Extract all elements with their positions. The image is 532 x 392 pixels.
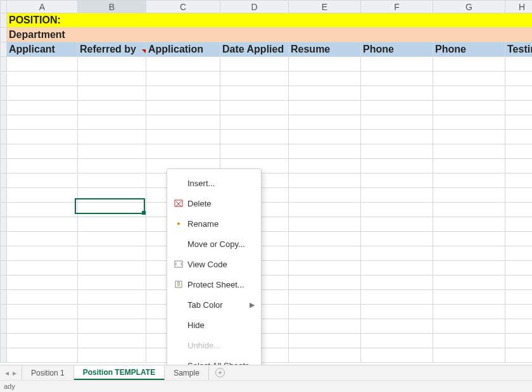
menu-insert[interactable]: Insert... xyxy=(167,173,261,193)
col-header-A[interactable]: A xyxy=(7,1,78,13)
menu-select-all-sheets[interactable]: Select All Sheets xyxy=(167,355,261,365)
sheet-tab-strip: ◂ ▸ Position 1 Position TEMPLATE Sample … xyxy=(0,365,532,380)
table-row[interactable] xyxy=(1,130,533,144)
table-row[interactable] xyxy=(1,305,533,319)
table-row[interactable] xyxy=(1,203,533,217)
col-header-E[interactable]: E xyxy=(289,1,361,13)
col-header-D[interactable]: D xyxy=(220,1,289,13)
plus-icon: + xyxy=(215,368,225,377)
menu-insert-label: Insert... xyxy=(185,179,255,188)
table-row[interactable] xyxy=(1,174,533,188)
sheet-tab-context-menu: Insert... Delete ● Rename Move or Copy..… xyxy=(167,168,262,365)
cell-position[interactable]: POSITION: xyxy=(7,13,533,28)
table-row[interactable] xyxy=(1,188,533,203)
col-header-F[interactable]: F xyxy=(361,1,433,13)
cell-department[interactable]: Department xyxy=(7,28,533,42)
lock-icon xyxy=(172,280,185,289)
menu-protect-sheet-label: Protect Sheet... xyxy=(185,280,255,289)
table-row[interactable] xyxy=(1,115,533,130)
status-bar: ady xyxy=(0,380,532,392)
chevron-right-icon: ▶ xyxy=(250,301,255,309)
svg-rect-5 xyxy=(177,284,180,286)
menu-move-copy-label: Move or Copy... xyxy=(185,239,255,249)
table-row[interactable] xyxy=(1,334,533,348)
table-row[interactable] xyxy=(1,72,533,86)
table-row[interactable] xyxy=(1,246,533,261)
rename-icon: ● xyxy=(172,220,185,227)
column-header-row: A B C D E F G H xyxy=(1,1,533,13)
table-row[interactable] xyxy=(1,144,533,159)
menu-tab-color[interactable]: Tab Color ▶ xyxy=(167,294,261,315)
table-row[interactable] xyxy=(1,275,533,290)
menu-protect-sheet[interactable]: Protect Sheet... xyxy=(167,274,261,294)
menu-rename-label: Rename xyxy=(185,219,255,229)
spreadsheet-grid[interactable]: A B C D E F G H POSITION: Department App… xyxy=(0,0,532,365)
table-row[interactable] xyxy=(1,319,533,334)
table-row[interactable] xyxy=(1,217,533,232)
table-row[interactable] xyxy=(1,348,533,363)
col-header-G[interactable]: G xyxy=(433,1,505,13)
sheet-tab-position-template[interactable]: Position TEMPLATE xyxy=(74,365,165,380)
hdr-testing[interactable]: Testing xyxy=(505,42,533,57)
row-1[interactable]: POSITION: xyxy=(1,13,533,28)
select-all-corner[interactable] xyxy=(1,1,7,13)
table-row[interactable] xyxy=(1,57,533,72)
menu-tab-color-label: Tab Color xyxy=(185,300,250,310)
table-row[interactable] xyxy=(1,86,533,101)
row-3[interactable]: Applicant Referred by Application Date A… xyxy=(1,42,533,57)
sheet-tab-position-1[interactable]: Position 1 xyxy=(22,365,74,380)
tab-nav-buttons: ◂ ▸ xyxy=(0,365,22,380)
col-header-H[interactable]: H xyxy=(505,1,533,13)
menu-delete[interactable]: Delete xyxy=(167,193,261,213)
hdr-application[interactable]: Application xyxy=(146,42,220,57)
menu-hide-label: Hide xyxy=(185,320,255,330)
table-row[interactable] xyxy=(1,101,533,115)
delete-icon xyxy=(172,199,185,208)
table-row[interactable] xyxy=(1,290,533,305)
menu-delete-label: Delete xyxy=(185,199,255,208)
svg-rect-3 xyxy=(175,261,182,267)
menu-unhide-label: Unhide... xyxy=(185,341,255,350)
menu-view-code-label: View Code xyxy=(185,260,255,269)
tab-next-icon[interactable]: ▸ xyxy=(13,369,16,377)
hdr-phone-2[interactable]: Phone xyxy=(433,42,505,57)
col-header-C[interactable]: C xyxy=(146,1,220,13)
table-row[interactable] xyxy=(1,261,533,275)
hdr-resume[interactable]: Resume xyxy=(289,42,361,57)
hdr-phone-1[interactable]: Phone xyxy=(361,42,433,57)
hdr-applicant[interactable]: Applicant xyxy=(7,42,78,57)
menu-move-copy[interactable]: Move or Copy... xyxy=(167,234,261,254)
sheet-tab-sample[interactable]: Sample xyxy=(165,365,209,380)
table-row[interactable] xyxy=(1,232,533,246)
menu-hide[interactable]: Hide xyxy=(167,315,261,335)
new-sheet-button[interactable]: + xyxy=(209,365,231,380)
tab-prev-icon[interactable]: ◂ xyxy=(5,369,9,377)
status-text: ady xyxy=(4,383,15,390)
row-2[interactable]: Department xyxy=(1,28,533,42)
menu-view-code[interactable]: View Code xyxy=(167,254,261,274)
menu-rename[interactable]: ● Rename xyxy=(167,213,261,234)
code-icon xyxy=(172,260,185,268)
svg-rect-0 xyxy=(175,200,182,206)
hdr-date-applied[interactable]: Date Applied xyxy=(220,42,289,57)
table-row[interactable] xyxy=(1,159,533,174)
menu-unhide: Unhide... xyxy=(167,335,261,355)
comment-indicator-icon xyxy=(142,49,146,53)
hdr-referred-by[interactable]: Referred by xyxy=(78,42,146,57)
col-header-B[interactable]: B xyxy=(78,1,146,13)
